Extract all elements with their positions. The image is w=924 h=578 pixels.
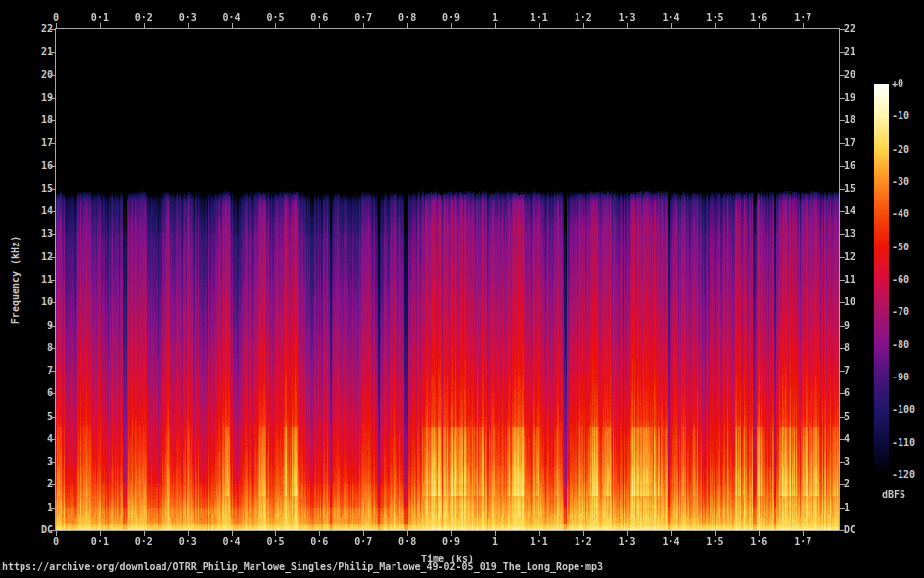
y-tick-label: 4: [20, 434, 53, 444]
colorbar-tick-label: -30: [892, 177, 924, 187]
y-tick-mark: [840, 143, 845, 144]
y-tick-mark: [50, 371, 55, 372]
y-tick-label: 15: [20, 184, 53, 194]
y-tick-mark: [50, 75, 55, 76]
y-tick-mark: [840, 393, 845, 394]
x-tick-label: 1·5: [690, 13, 739, 22]
y-tick-mark: [840, 280, 845, 281]
x-tick-label: 0·8: [383, 13, 432, 22]
x-tick-mark: [100, 531, 101, 536]
x-tick-mark: [495, 23, 496, 28]
y-tick-label: 17: [20, 138, 53, 148]
colorbar-tick-label: -60: [892, 275, 924, 285]
x-tick-label: 0·5: [251, 13, 300, 22]
x-tick-mark: [539, 531, 540, 536]
y-tick-label: 20: [20, 70, 53, 80]
y-tick-mark: [50, 166, 55, 167]
y-tick-mark: [840, 52, 845, 53]
y-tick-mark: [50, 98, 55, 99]
y-tick-label: 17: [844, 138, 877, 148]
y-tick-mark: [840, 302, 845, 303]
x-tick-mark: [671, 531, 672, 536]
y-tick-label: 20: [844, 70, 877, 80]
y-tick-label: 19: [20, 93, 53, 103]
colorbar-tick-label: +0: [892, 79, 924, 89]
y-tick-label: 10: [20, 297, 53, 307]
y-tick-label: 14: [844, 206, 877, 216]
y-tick-mark: [50, 143, 55, 144]
x-tick-mark: [363, 531, 364, 536]
colorbar: [874, 84, 889, 475]
y-tick-label: 4: [844, 434, 877, 444]
y-tick-mark: [840, 417, 845, 418]
y-tick-label: 13: [20, 229, 53, 239]
y-tick-mark: [840, 484, 845, 485]
x-tick-mark: [407, 23, 408, 28]
y-tick-label: 5: [20, 412, 53, 422]
x-tick-mark: [100, 23, 101, 28]
x-tick-mark: [144, 23, 145, 28]
x-tick-mark: [495, 531, 496, 536]
x-tick-label: 0·4: [208, 537, 256, 547]
x-tick-label: 0·3: [163, 537, 212, 547]
x-tick-mark: [232, 23, 233, 28]
y-tick-mark: [840, 189, 845, 190]
x-tick-mark: [407, 531, 408, 536]
y-tick-mark: [840, 326, 845, 327]
x-tick-mark: [144, 531, 145, 536]
y-tick-mark: [50, 211, 55, 212]
y-tick-label: DC: [844, 525, 877, 535]
x-tick-label: 1·7: [778, 13, 827, 22]
y-tick-label: 1: [20, 503, 53, 512]
x-tick-label: 1·1: [515, 537, 564, 547]
y-tick-label: 11: [20, 275, 53, 285]
y-tick-mark: [840, 439, 845, 440]
y-tick-mark: [50, 234, 55, 235]
x-tick-label: 0·7: [339, 13, 388, 22]
x-tick-mark: [759, 23, 760, 28]
y-tick-mark: [50, 530, 55, 531]
x-tick-label: 1: [471, 537, 520, 547]
y-tick-mark: [50, 484, 55, 485]
y-tick-label: 12: [20, 252, 53, 262]
y-tick-mark: [840, 98, 845, 99]
x-tick-mark: [803, 23, 804, 28]
y-tick-label: 15: [844, 184, 877, 194]
y-tick-label: 10: [844, 297, 877, 307]
x-tick-mark: [56, 531, 57, 536]
colorbar-tick-label: -20: [892, 145, 924, 155]
y-tick-mark: [840, 371, 845, 372]
colorbar-tick-label: -120: [892, 470, 924, 480]
x-tick-label: 0·4: [208, 13, 256, 22]
x-tick-mark: [232, 531, 233, 536]
y-tick-label: 1: [844, 503, 877, 512]
y-tick-mark: [50, 302, 55, 303]
x-tick-label: 1·1: [515, 13, 564, 22]
x-tick-mark: [451, 23, 452, 28]
y-tick-mark: [840, 348, 845, 349]
x-tick-label: 0·6: [295, 537, 344, 547]
y-tick-label: 12: [844, 252, 877, 262]
colorbar-tick-label: -10: [892, 111, 924, 121]
x-tick-mark: [363, 23, 364, 28]
colorbar-tick-label: -50: [892, 243, 924, 252]
x-tick-label: 0·8: [383, 537, 432, 547]
y-tick-mark: [50, 257, 55, 258]
x-tick-mark: [583, 531, 584, 536]
colorbar-tick-label: -100: [892, 405, 924, 415]
y-tick-mark: [840, 508, 845, 509]
x-tick-mark: [188, 23, 189, 28]
x-tick-mark: [539, 23, 540, 28]
y-tick-label: 3: [844, 457, 877, 467]
y-tick-mark: [840, 462, 845, 463]
y-tick-mark: [840, 29, 845, 30]
x-tick-mark: [715, 23, 716, 28]
x-tick-label: 0·1: [75, 13, 124, 22]
y-tick-mark: [50, 326, 55, 327]
y-tick-mark: [840, 530, 845, 531]
x-tick-label: 1·6: [734, 13, 783, 22]
y-tick-label: 21: [844, 47, 877, 57]
y-tick-label: 8: [844, 343, 877, 353]
x-tick-mark: [759, 531, 760, 536]
y-tick-mark: [50, 189, 55, 190]
